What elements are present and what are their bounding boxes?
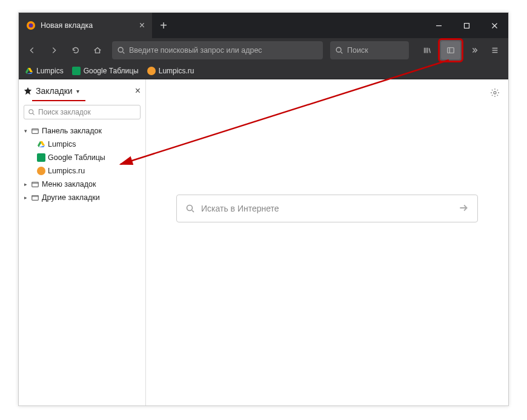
folder-icon bbox=[31, 193, 39, 202]
tree-label: Панель закладок bbox=[42, 127, 102, 135]
tree-leaf-lumpics[interactable]: Lumpics bbox=[19, 138, 145, 151]
folder-icon bbox=[31, 127, 39, 135]
firefox-icon bbox=[26, 21, 36, 30]
svg-point-9 bbox=[29, 110, 33, 114]
forward-button[interactable] bbox=[44, 41, 64, 59]
tree-label: Lumpics bbox=[48, 140, 76, 148]
home-button[interactable] bbox=[88, 41, 107, 59]
tree-leaf-sheets[interactable]: Google Таблицы bbox=[19, 151, 145, 164]
search-icon bbox=[185, 204, 195, 213]
maximize-button[interactable] bbox=[452, 13, 480, 38]
reload-button[interactable] bbox=[66, 41, 85, 59]
url-placeholder: Введите поисковый запрос или адрес bbox=[129, 46, 262, 55]
url-bar[interactable]: Введите поисковый запрос или адрес bbox=[112, 41, 323, 59]
app-menu-button[interactable] bbox=[485, 41, 505, 59]
gear-icon[interactable] bbox=[490, 88, 500, 100]
bookmark-item-lumpicsru[interactable]: Lumpics.ru bbox=[147, 67, 194, 75]
svg-point-3 bbox=[118, 47, 123, 52]
content-area: Закладки ▾ × Поиск закладок ▾ Панель зак… bbox=[19, 79, 508, 405]
svg-marker-8 bbox=[27, 72, 33, 74]
tree-label: Google Таблицы bbox=[48, 153, 105, 162]
svg-rect-5 bbox=[448, 48, 454, 53]
sidebar-header: Закладки ▾ × bbox=[19, 79, 145, 102]
bookmarks-toolbar: Lumpics Google Таблицы Lumpics.ru bbox=[19, 62, 508, 79]
sheets-icon bbox=[72, 67, 81, 75]
sidebar-close-button[interactable]: × bbox=[135, 85, 141, 96]
search-bar[interactable]: Поиск bbox=[330, 41, 409, 59]
site-icon bbox=[37, 167, 45, 175]
bookmark-label: Lumpics bbox=[36, 67, 64, 75]
twisty-icon: ▾ bbox=[22, 128, 28, 134]
sidebar-toggle-button[interactable] bbox=[441, 41, 460, 59]
new-tab-page: Искать в Интернете bbox=[146, 79, 508, 405]
search-icon bbox=[117, 46, 125, 55]
navigation-toolbar: Введите поисковый запрос или адрес Поиск bbox=[19, 38, 508, 62]
sheets-icon bbox=[37, 153, 45, 162]
site-icon bbox=[147, 67, 156, 75]
search-icon bbox=[335, 46, 343, 55]
tree-folder-other[interactable]: ▸ Другие закладки bbox=[19, 191, 145, 204]
library-shelf-button[interactable] bbox=[417, 41, 437, 59]
bookmark-label: Lumpics.ru bbox=[159, 67, 194, 75]
sidebar-title[interactable]: Закладки bbox=[36, 86, 73, 96]
bookmarks-sidebar: Закладки ▾ × Поиск закладок ▾ Панель зак… bbox=[19, 79, 146, 405]
sidebar-search-input[interactable]: Поиск закладок bbox=[24, 105, 141, 119]
back-button[interactable] bbox=[22, 41, 42, 59]
tab-title: Новая вкладка bbox=[41, 21, 93, 30]
tab-close-button[interactable]: × bbox=[139, 21, 145, 30]
tree-leaf-lumpicsru[interactable]: Lumpics.ru bbox=[19, 164, 145, 178]
active-tab[interactable]: Новая вкладка × bbox=[19, 13, 152, 38]
arrow-right-icon[interactable] bbox=[458, 202, 469, 215]
tree-folder-menu[interactable]: ▸ Меню закладок bbox=[19, 178, 145, 191]
minimize-button[interactable] bbox=[425, 13, 452, 38]
sidebar-toggle-highlight bbox=[438, 38, 463, 62]
twisty-icon: ▸ bbox=[22, 195, 28, 201]
chevron-down-icon[interactable]: ▾ bbox=[76, 88, 79, 95]
bookmark-item-lumpics[interactable]: Lumpics bbox=[25, 67, 64, 75]
drive-icon bbox=[37, 140, 45, 148]
new-tab-button[interactable]: + bbox=[152, 13, 175, 38]
window-controls bbox=[425, 13, 508, 38]
star-icon bbox=[24, 87, 32, 95]
bookmark-item-sheets[interactable]: Google Таблицы bbox=[72, 67, 139, 75]
close-window-button[interactable] bbox=[480, 13, 508, 38]
svg-rect-2 bbox=[464, 23, 469, 28]
bookmarks-tree: ▾ Панель закладок Lumpics Google Таблицы bbox=[19, 123, 145, 209]
search-placeholder: Поиск bbox=[347, 46, 368, 55]
folder-icon bbox=[31, 180, 39, 188]
newtab-search-placeholder: Искать в Интернете bbox=[201, 204, 279, 213]
tree-label: Меню закладок bbox=[42, 180, 96, 188]
titlebar: Новая вкладка × + bbox=[19, 13, 508, 38]
tree-label: Lumpics.ru bbox=[48, 167, 85, 175]
svg-point-16 bbox=[494, 92, 496, 94]
browser-window: Новая вкладка × + Введите поисковый запр… bbox=[18, 12, 509, 406]
annotation-underline bbox=[32, 100, 85, 101]
search-icon bbox=[28, 108, 35, 116]
drive-icon bbox=[25, 67, 33, 75]
newtab-search-input[interactable]: Искать в Интернете bbox=[176, 195, 478, 222]
sidebar-search-placeholder: Поиск закладок bbox=[38, 108, 91, 116]
svg-point-4 bbox=[336, 47, 341, 52]
svg-point-1 bbox=[29, 24, 33, 28]
tree-folder-panel[interactable]: ▾ Панель закладок bbox=[19, 124, 145, 138]
tree-label: Другие закладки bbox=[42, 193, 100, 202]
bookmark-label: Google Таблицы bbox=[84, 67, 139, 75]
twisty-icon: ▸ bbox=[22, 181, 28, 187]
svg-point-17 bbox=[187, 205, 193, 211]
svg-marker-13 bbox=[39, 145, 45, 147]
overflow-button[interactable] bbox=[465, 41, 484, 59]
